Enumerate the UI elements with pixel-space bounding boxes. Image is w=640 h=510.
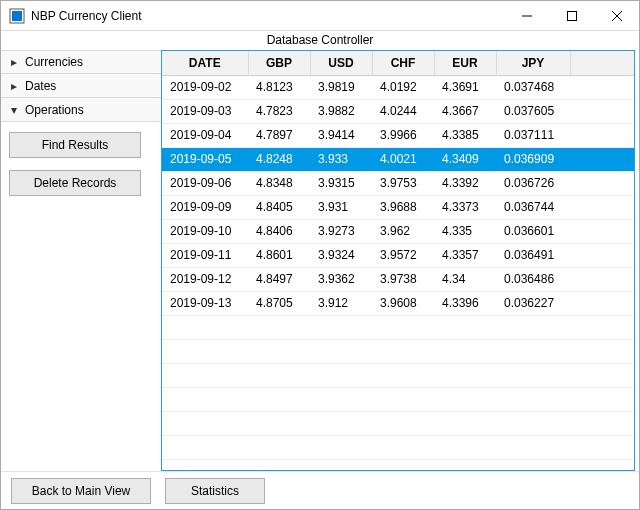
cell-date: 2019-09-05 bbox=[162, 147, 248, 171]
table-row[interactable]: 2019-09-054.82483.9334.00214.34090.03690… bbox=[162, 147, 634, 171]
cell-date: 2019-09-12 bbox=[162, 267, 248, 291]
cell-eur: 4.3667 bbox=[434, 99, 496, 123]
cell-usd: 3.9819 bbox=[310, 75, 372, 99]
cell-chf: 3.9738 bbox=[372, 267, 434, 291]
column-header-usd[interactable]: USD bbox=[310, 51, 372, 75]
app-window: NBP Currency Client Database Controller … bbox=[0, 0, 640, 510]
table-header-row: DATEGBPUSDCHFEURJPY bbox=[162, 51, 634, 75]
app-icon bbox=[9, 8, 25, 24]
cell-eur: 4.34 bbox=[434, 267, 496, 291]
cell-date: 2019-09-10 bbox=[162, 219, 248, 243]
cell-jpy: 0.036491 bbox=[496, 243, 570, 267]
sidebar-item-currencies[interactable]: ▸Currencies bbox=[1, 50, 161, 74]
delete-records-button[interactable]: Delete Records bbox=[9, 170, 141, 196]
cell-gbp: 4.8348 bbox=[248, 171, 310, 195]
table-row-empty bbox=[162, 387, 634, 411]
cell-eur: 4.3691 bbox=[434, 75, 496, 99]
cell-chf: 4.0021 bbox=[372, 147, 434, 171]
sidebar-item-label: Dates bbox=[25, 79, 56, 93]
column-header-date[interactable]: DATE bbox=[162, 51, 248, 75]
cell-eur: 4.3385 bbox=[434, 123, 496, 147]
cell-jpy: 0.037111 bbox=[496, 123, 570, 147]
table-row[interactable]: 2019-09-124.84973.93623.97384.340.036486 bbox=[162, 267, 634, 291]
cell-chf: 4.0192 bbox=[372, 75, 434, 99]
cell-usd: 3.9273 bbox=[310, 219, 372, 243]
table-row-empty bbox=[162, 363, 634, 387]
cell-usd: 3.912 bbox=[310, 291, 372, 315]
minimize-button[interactable] bbox=[504, 1, 549, 30]
table-row-empty bbox=[162, 459, 634, 471]
cell-gbp: 4.8601 bbox=[248, 243, 310, 267]
cell-jpy: 0.036726 bbox=[496, 171, 570, 195]
cell-filler bbox=[570, 123, 634, 147]
svg-rect-1 bbox=[12, 11, 22, 21]
close-button[interactable] bbox=[594, 1, 639, 30]
table-row[interactable]: 2019-09-104.84063.92733.9624.3350.036601 bbox=[162, 219, 634, 243]
column-header-jpy[interactable]: JPY bbox=[496, 51, 570, 75]
table-row[interactable]: 2019-09-134.87053.9123.96084.33960.03622… bbox=[162, 291, 634, 315]
cell-gbp: 4.7823 bbox=[248, 99, 310, 123]
cell-jpy: 0.036227 bbox=[496, 291, 570, 315]
cell-filler bbox=[570, 291, 634, 315]
table-body: 2019-09-024.81233.98194.01924.36910.0374… bbox=[162, 75, 634, 471]
cell-chf: 3.9688 bbox=[372, 195, 434, 219]
footer: Back to Main View Statistics bbox=[1, 471, 639, 509]
cell-filler bbox=[570, 195, 634, 219]
table-row-empty bbox=[162, 411, 634, 435]
cell-gbp: 4.8123 bbox=[248, 75, 310, 99]
cell-date: 2019-09-06 bbox=[162, 171, 248, 195]
find-results-button[interactable]: Find Results bbox=[9, 132, 141, 158]
cell-usd: 3.9362 bbox=[310, 267, 372, 291]
cell-eur: 4.3396 bbox=[434, 291, 496, 315]
column-header-gbp[interactable]: GBP bbox=[248, 51, 310, 75]
cell-gbp: 4.8705 bbox=[248, 291, 310, 315]
cell-chf: 3.962 bbox=[372, 219, 434, 243]
page-subtitle: Database Controller bbox=[1, 31, 639, 50]
chevron-down-icon: ▾ bbox=[9, 103, 19, 117]
cell-jpy: 0.036909 bbox=[496, 147, 570, 171]
sidebar-item-label: Currencies bbox=[25, 55, 83, 69]
cell-filler bbox=[570, 99, 634, 123]
table-row[interactable]: 2019-09-064.83483.93153.97534.33920.0367… bbox=[162, 171, 634, 195]
cell-jpy: 0.036486 bbox=[496, 267, 570, 291]
cell-filler bbox=[570, 219, 634, 243]
table-row[interactable]: 2019-09-034.78233.98824.02444.36670.0376… bbox=[162, 99, 634, 123]
cell-usd: 3.9315 bbox=[310, 171, 372, 195]
cell-jpy: 0.036744 bbox=[496, 195, 570, 219]
cell-date: 2019-09-09 bbox=[162, 195, 248, 219]
cell-date: 2019-09-02 bbox=[162, 75, 248, 99]
table-row[interactable]: 2019-09-094.84053.9313.96884.33730.03674… bbox=[162, 195, 634, 219]
cell-jpy: 0.037468 bbox=[496, 75, 570, 99]
cell-jpy: 0.036601 bbox=[496, 219, 570, 243]
cell-chf: 3.9572 bbox=[372, 243, 434, 267]
cell-usd: 3.9882 bbox=[310, 99, 372, 123]
cell-usd: 3.9414 bbox=[310, 123, 372, 147]
cell-gbp: 4.8248 bbox=[248, 147, 310, 171]
statistics-button[interactable]: Statistics bbox=[165, 478, 265, 504]
table-row-empty bbox=[162, 339, 634, 363]
cell-chf: 3.9753 bbox=[372, 171, 434, 195]
maximize-button[interactable] bbox=[549, 1, 594, 30]
sidebar-item-dates[interactable]: ▸Dates bbox=[1, 74, 161, 98]
back-to-main-button[interactable]: Back to Main View bbox=[11, 478, 151, 504]
table-row-empty bbox=[162, 315, 634, 339]
cell-gbp: 4.8406 bbox=[248, 219, 310, 243]
table-row[interactable]: 2019-09-024.81233.98194.01924.36910.0374… bbox=[162, 75, 634, 99]
cell-filler bbox=[570, 171, 634, 195]
sidebar-item-operations[interactable]: ▾Operations bbox=[1, 98, 161, 122]
cell-gbp: 4.8497 bbox=[248, 267, 310, 291]
cell-chf: 3.9966 bbox=[372, 123, 434, 147]
operations-panel: Find Results Delete Records bbox=[1, 122, 161, 206]
cell-eur: 4.3373 bbox=[434, 195, 496, 219]
column-header-chf[interactable]: CHF bbox=[372, 51, 434, 75]
cell-eur: 4.335 bbox=[434, 219, 496, 243]
cell-eur: 4.3392 bbox=[434, 171, 496, 195]
table-row[interactable]: 2019-09-044.78973.94143.99664.33850.0371… bbox=[162, 123, 634, 147]
cell-usd: 3.9324 bbox=[310, 243, 372, 267]
sidebar-item-label: Operations bbox=[25, 103, 84, 117]
data-table-container: DATEGBPUSDCHFEURJPY 2019-09-024.81233.98… bbox=[161, 50, 635, 471]
sidebar: ▸Currencies▸Dates▾Operations Find Result… bbox=[1, 50, 161, 471]
column-header-eur[interactable]: EUR bbox=[434, 51, 496, 75]
cell-filler bbox=[570, 267, 634, 291]
table-row[interactable]: 2019-09-114.86013.93243.95724.33570.0364… bbox=[162, 243, 634, 267]
